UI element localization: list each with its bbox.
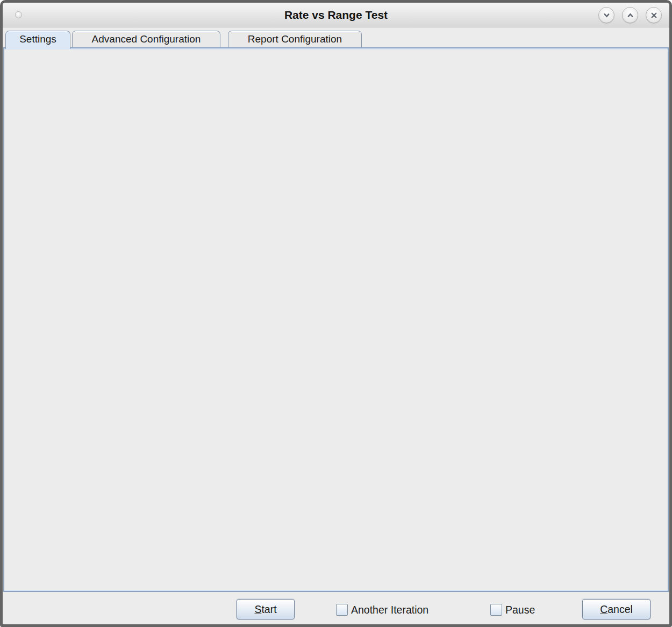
another-iteration-checkbox[interactable] bbox=[336, 604, 348, 616]
start-button[interactable]: Start bbox=[237, 599, 295, 619]
tab-settings[interactable]: Settings bbox=[5, 31, 70, 49]
window-controls bbox=[598, 7, 662, 23]
pause-checkbox[interactable] bbox=[490, 604, 502, 616]
chevron-up-icon bbox=[626, 11, 634, 19]
titlebar[interactable]: Rate vs Range Test bbox=[3, 3, 669, 27]
pause-label: Pause bbox=[505, 602, 535, 618]
close-icon bbox=[650, 11, 658, 19]
cancel-button[interactable]: Cancel bbox=[582, 599, 650, 619]
close-button[interactable] bbox=[646, 7, 662, 23]
tab-advanced-configuration[interactable]: Advanced Configuration bbox=[72, 31, 220, 47]
tab-report-configuration[interactable]: Report Configuration bbox=[228, 31, 362, 47]
settings-panel bbox=[3, 47, 669, 592]
another-iteration-label: Another Iteration bbox=[351, 602, 428, 618]
maximize-button[interactable] bbox=[622, 7, 638, 23]
shade-button[interactable] bbox=[598, 7, 614, 23]
chevron-down-icon bbox=[603, 11, 611, 19]
window-title: Rate vs Range Test bbox=[3, 3, 669, 27]
rate-vs-range-test-window: Rate vs Range Test Settings Advanced Con… bbox=[0, 0, 672, 627]
